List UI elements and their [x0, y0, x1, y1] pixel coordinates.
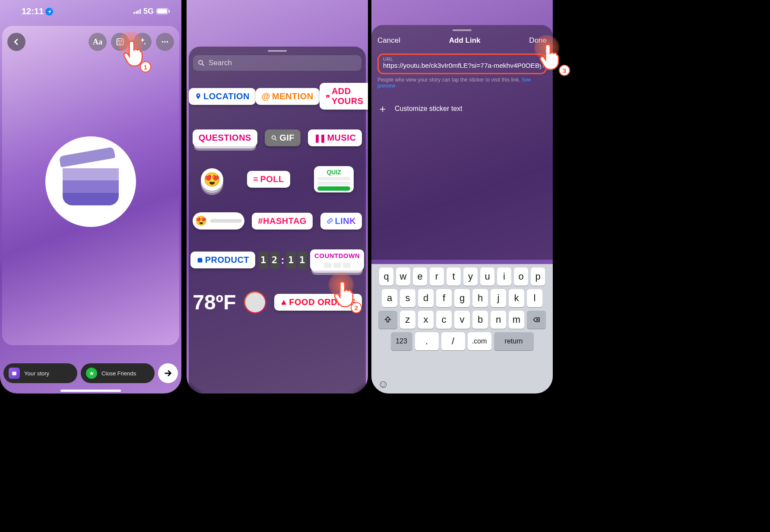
key-q[interactable]: q	[379, 268, 393, 286]
panel-drag-handle[interactable]	[453, 29, 472, 31]
questions-sticker[interactable]: QUESTIONS	[193, 129, 257, 146]
key-slash[interactable]: /	[441, 332, 465, 350]
key-c[interactable]: c	[436, 311, 452, 329]
url-input[interactable]: URL https://youtu.be/ck3vIr0mfLE?si=77a-…	[377, 54, 547, 74]
more-options-button[interactable]	[156, 33, 174, 51]
back-button[interactable]	[7, 33, 25, 51]
key-dotcom[interactable]: .com	[468, 332, 491, 350]
text-tool-button[interactable]: Aa	[89, 33, 107, 51]
link-sticker[interactable]: LINK	[320, 213, 362, 230]
music-sticker[interactable]: ❚❚MUSIC	[308, 129, 362, 146]
food-orders-sticker[interactable]: FOOD ORDERS	[274, 294, 361, 311]
key-s[interactable]: s	[400, 289, 415, 307]
svg-point-4	[164, 41, 166, 43]
key-b[interactable]: b	[472, 311, 488, 329]
keyboard-row-4: 123 . / .com return	[371, 329, 553, 354]
key-f[interactable]: f	[436, 289, 452, 307]
sticker-search-input[interactable]: Search	[193, 55, 361, 71]
url-field-value: https://youtu.be/ck3vIr0mfLE?si=77a-mekh…	[383, 62, 541, 69]
key-n[interactable]: n	[491, 311, 506, 329]
your-story-label: Your story	[24, 370, 49, 377]
time-sticker[interactable]: 12 : 11	[259, 252, 307, 269]
svg-point-9	[327, 96, 329, 97]
done-button[interactable]: Done	[529, 36, 547, 45]
key-v[interactable]: v	[454, 311, 470, 329]
ios-keyboard[interactable]: q w e r t y u i o p a s d f g h j k l z …	[371, 264, 553, 393]
svg-point-5	[167, 41, 168, 43]
phone-screen-2: Search LOCATION @MENTION ADD YOURS QUEST…	[187, 0, 368, 393]
key-x[interactable]: x	[418, 311, 434, 329]
key-z[interactable]: z	[400, 311, 415, 329]
key-i[interactable]: i	[497, 268, 511, 286]
key-p[interactable]: p	[531, 268, 545, 286]
sticker-grid: LOCATION @MENTION ADD YOURS QUESTIONS GI…	[189, 83, 366, 314]
add-yours-sticker[interactable]: ADD YOURS	[320, 83, 368, 110]
cancel-button[interactable]: Cancel	[377, 36, 400, 45]
search-icon	[197, 59, 205, 67]
key-j[interactable]: j	[491, 289, 506, 307]
product-sticker[interactable]: PRODUCT	[190, 252, 255, 268]
url-field-label: URL	[383, 57, 541, 62]
key-h[interactable]: h	[472, 289, 488, 307]
story-top-toolbar: Aa	[7, 31, 174, 53]
key-t[interactable]: t	[447, 268, 461, 286]
key-g[interactable]: g	[454, 289, 470, 307]
quiz-sticker[interactable]: QUIZ	[314, 166, 354, 192]
avatar-sticker[interactable]	[244, 291, 266, 314]
panel-drag-handle[interactable]	[268, 50, 287, 52]
add-link-panel[interactable]: Cancel Add Link Done URL https://youtu.b…	[371, 25, 553, 260]
add-link-title: Add Link	[449, 36, 481, 45]
keyboard-row-3: z x c v b n m	[371, 307, 553, 329]
key-o[interactable]: o	[514, 268, 528, 286]
poll-sticker[interactable]: ≡POLL	[247, 171, 290, 188]
network-type: 5G	[143, 7, 154, 16]
key-w[interactable]: w	[396, 268, 410, 286]
svg-rect-0	[117, 39, 124, 45]
status-time: 12:11	[22, 6, 53, 16]
send-to-button[interactable]	[158, 363, 178, 383]
customize-sticker-label: Customize sticker text	[395, 105, 462, 113]
key-dot[interactable]: .	[415, 332, 439, 350]
location-services-icon	[45, 8, 53, 16]
key-y[interactable]: y	[463, 268, 478, 286]
location-sticker[interactable]: LOCATION	[189, 88, 256, 105]
mention-sticker[interactable]: @MENTION	[256, 88, 320, 105]
url-help-text: People who view your story can tap the s…	[377, 77, 547, 89]
home-indicator[interactable]	[60, 390, 121, 392]
hashtag-sticker[interactable]: #HASHTAG	[252, 213, 313, 230]
close-friends-button[interactable]: ★ Close Friends	[81, 363, 155, 383]
key-k[interactable]: k	[509, 289, 524, 307]
key-l[interactable]: l	[527, 289, 542, 307]
key-shift[interactable]	[378, 311, 397, 329]
status-bar: 12:11 5G	[0, 0, 181, 22]
add-link-header: Cancel Add Link Done	[377, 36, 547, 45]
key-backspace[interactable]	[527, 311, 546, 329]
key-u[interactable]: u	[480, 268, 494, 286]
countdown-sticker[interactable]: COUNTDOWN	[310, 249, 364, 271]
story-canvas[interactable]: Aa	[2, 26, 179, 345]
key-numbers[interactable]: 123	[391, 332, 412, 350]
battery-icon	[156, 8, 168, 14]
story-share-bar: Your story ★ Close Friends	[3, 361, 178, 386]
emoji-slider-sticker[interactable]: 😍	[193, 212, 244, 230]
keyboard-emoji-switch[interactable]: ☺	[377, 378, 389, 391]
sticker-picker-panel[interactable]: Search LOCATION @MENTION ADD YOURS QUEST…	[189, 47, 366, 393]
your-story-button[interactable]: Your story	[3, 363, 77, 383]
svg-point-7	[199, 60, 203, 64]
weather-sticker[interactable]: 78ºF	[193, 290, 236, 314]
customize-sticker-button[interactable]: ＋ Customize sticker text	[377, 102, 547, 116]
key-e[interactable]: e	[413, 268, 427, 286]
svg-point-10	[272, 135, 276, 139]
key-return[interactable]: return	[494, 332, 534, 350]
sticker-tool-button[interactable]	[111, 33, 129, 51]
key-r[interactable]: r	[430, 268, 444, 286]
key-m[interactable]: m	[509, 311, 524, 329]
gif-sticker[interactable]: GIF	[265, 129, 301, 146]
key-a[interactable]: a	[382, 289, 397, 307]
media-placeholder-icon	[45, 136, 136, 227]
emoji-reaction-sticker[interactable]: 😍	[201, 168, 223, 191]
effects-tool-button[interactable]	[133, 33, 152, 51]
key-d[interactable]: d	[418, 289, 434, 307]
svg-rect-6	[12, 372, 16, 375]
svg-point-3	[162, 41, 164, 43]
